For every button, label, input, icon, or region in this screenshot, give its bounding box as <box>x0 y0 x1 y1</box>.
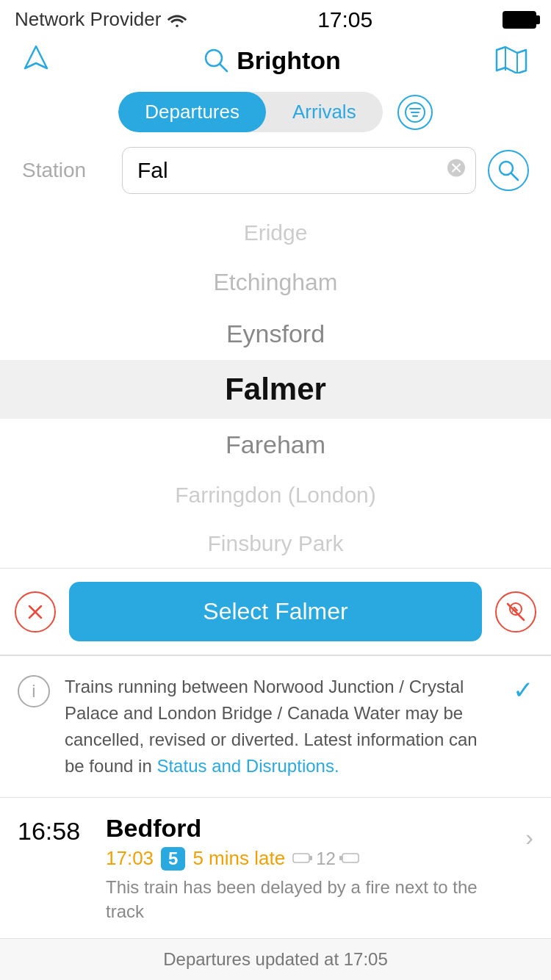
svg-line-1 <box>220 64 227 71</box>
cancel-button[interactable] <box>15 591 56 633</box>
header: Brighton <box>0 36 551 84</box>
search-button[interactable] <box>488 150 529 191</box>
footer-update-text: Departures updated at 17:05 <box>0 938 551 980</box>
clear-input-button[interactable] <box>447 159 466 183</box>
info-message-text: Trains running between Norwood Junction … <box>65 674 498 779</box>
info-banner: i Trains running between Norwood Junctio… <box>0 656 551 798</box>
info-icon: i <box>18 675 50 707</box>
carrier-text: Network Provider <box>15 8 161 31</box>
train-platform-badge: 5 <box>161 847 185 871</box>
select-bar: Select Falmer A <box>0 568 551 655</box>
filter-button[interactable] <box>397 95 433 130</box>
train-coaches: 12 <box>292 849 359 869</box>
coach-rear-icon <box>339 849 359 869</box>
city-title: Brighton <box>237 46 341 75</box>
map-icon[interactable] <box>494 44 529 76</box>
station-list-item[interactable]: Finsbury Park <box>0 519 551 568</box>
train-late-status: 5 mins late <box>192 847 285 870</box>
station-picker-list: Eridge Etchingham Eynsford Falmer Fareha… <box>0 201 551 568</box>
train-row-bedford: 16:58 Bedford 17:03 5 5 mins late 12 <box>0 798 551 941</box>
status-time: 17:05 <box>317 7 372 32</box>
svg-line-12 <box>511 173 518 180</box>
tab-arrivals[interactable]: Arrivals <box>266 92 383 132</box>
wifi-icon <box>167 12 187 28</box>
navigation-icon[interactable] <box>22 43 50 77</box>
svg-text:A: A <box>511 605 517 616</box>
train-destination: Bedford <box>106 814 511 843</box>
svg-rect-22 <box>339 856 342 860</box>
tab-departures[interactable]: Departures <box>118 92 266 132</box>
station-list-item[interactable]: Fareham <box>0 419 551 471</box>
svg-rect-19 <box>293 854 309 862</box>
station-list-item[interactable]: Eynsford <box>0 308 551 360</box>
station-list-item[interactable]: Etchingham <box>0 257 551 308</box>
search-header-icon <box>203 47 229 73</box>
train-chevron-icon[interactable]: › <box>525 824 533 851</box>
search-row: Station <box>0 140 551 201</box>
search-input-wrapper <box>122 147 476 194</box>
select-station-button[interactable]: Select Falmer <box>69 582 482 641</box>
check-icon: ✓ <box>513 675 533 705</box>
train-scheduled-time: 16:58 <box>18 814 91 846</box>
train-status-row: 17:03 5 5 mins late 12 <box>106 847 511 871</box>
station-list-item[interactable]: Farringdon (London) <box>0 471 551 519</box>
train-delay-reason: This train has been delayed by a fire ne… <box>106 875 511 924</box>
no-service-button[interactable]: A <box>495 591 536 633</box>
status-bar: Network Provider 17:05 <box>0 0 551 36</box>
coach-count: 12 <box>316 849 336 869</box>
station-search-input[interactable] <box>122 147 476 194</box>
status-left: Network Provider <box>15 8 187 31</box>
station-list-item[interactable]: Eridge <box>0 209 551 257</box>
coach-front-icon <box>292 849 313 869</box>
station-list-item-falmer[interactable]: Falmer <box>0 360 551 419</box>
svg-rect-21 <box>342 854 359 862</box>
svg-rect-20 <box>309 856 312 860</box>
train-live-time: 17:03 <box>106 847 154 870</box>
tab-group: Departures Arrivals <box>118 92 382 132</box>
tabs-container: Departures Arrivals <box>0 84 551 140</box>
station-label: Station <box>22 159 110 182</box>
header-title: Brighton <box>203 46 341 75</box>
battery-icon <box>503 11 536 29</box>
status-disruptions-link[interactable]: Status and Disruptions. <box>156 756 339 776</box>
departures-update-label: Departures updated at 17:05 <box>163 949 388 969</box>
train-info: Bedford 17:03 5 5 mins late 12 <box>106 814 511 924</box>
